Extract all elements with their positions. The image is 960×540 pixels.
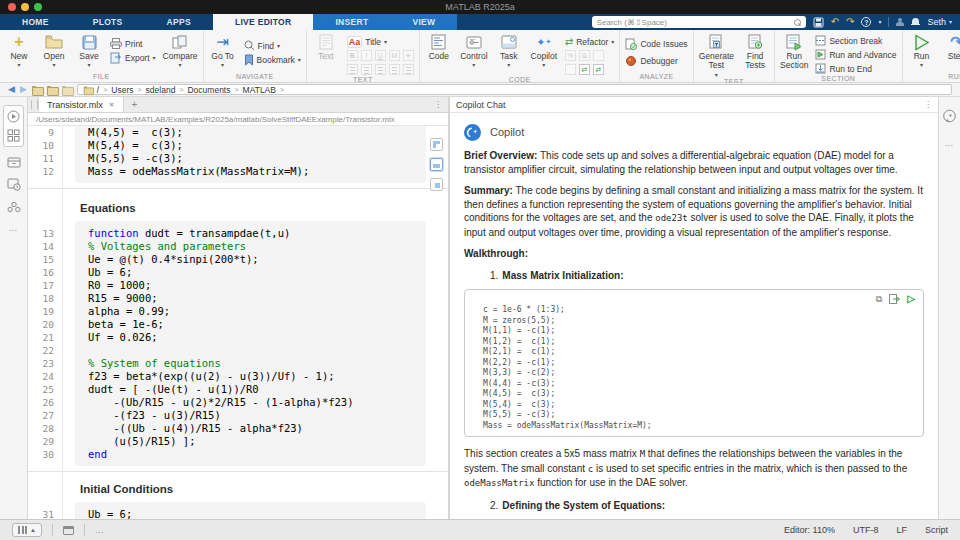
tab-view[interactable]: VIEW	[390, 14, 457, 30]
tab-plots[interactable]: PLOTS	[71, 14, 145, 30]
run-button[interactable]: Run▾	[908, 33, 936, 68]
view-output-inline-icon[interactable]	[430, 158, 443, 171]
code-line[interactable]: % System of equations	[88, 357, 426, 370]
paste-button[interactable]	[593, 50, 604, 61]
minimize-window-button[interactable]	[21, 3, 29, 11]
tab-home[interactable]: HOME	[0, 14, 71, 30]
document-actions-icon[interactable]: ⋮	[428, 97, 448, 112]
more-right-panels-icon[interactable]: …	[945, 138, 955, 148]
smart-indent-button[interactable]: ⇄	[579, 64, 590, 75]
generate-test-button[interactable]: Generate Test▾	[699, 33, 734, 78]
status-file-type[interactable]: Script	[925, 525, 948, 535]
window-panel-icon[interactable]	[63, 526, 74, 535]
monospace-button[interactable]: M	[389, 50, 400, 61]
code-line[interactable]	[88, 344, 426, 357]
account-icon[interactable]	[896, 18, 904, 27]
app-launcher-icon[interactable]	[7, 110, 20, 123]
title-style-select[interactable]: AaTitle▾	[347, 35, 414, 48]
bulleted-list-button[interactable]	[347, 64, 358, 75]
copy-code-icon[interactable]: ⧉	[876, 295, 882, 304]
history-panel-icon[interactable]	[7, 178, 21, 191]
layout-grid-icon[interactable]	[7, 129, 20, 142]
close-window-button[interactable]	[8, 3, 16, 11]
tab-insert[interactable]: INSERT	[313, 14, 390, 30]
code-line[interactable]: M(4,5) = c(3);	[88, 126, 426, 139]
align-left-button[interactable]	[375, 64, 386, 75]
indent-button[interactable]	[565, 64, 576, 75]
breadcrumb-item[interactable]: sdeland	[146, 85, 176, 95]
code-button[interactable]: Code	[425, 33, 453, 61]
help-icon[interactable]: ?	[861, 17, 871, 27]
insert-code-icon[interactable]	[889, 294, 900, 304]
bold-button[interactable]: B	[347, 50, 358, 61]
code-section-equations[interactable]: 131415161718192021222324252627282930func…	[28, 221, 448, 466]
align-center-button[interactable]	[389, 64, 400, 75]
run-code-icon[interactable]: ▷	[907, 294, 915, 304]
code-line[interactable]: function dudt = transampdae(t,u)	[88, 227, 426, 240]
code-line[interactable]: Ub = 6;	[88, 266, 426, 279]
view-output-right-icon[interactable]	[430, 138, 443, 151]
code-line[interactable]: Uf = 0.026;	[88, 331, 426, 344]
refactor-button[interactable]: ⇄Refactor▾	[565, 35, 615, 48]
save-button[interactable]: Save▾	[75, 33, 103, 68]
back-icon[interactable]: ◀	[8, 85, 15, 94]
task-button[interactable]: Task▾	[495, 33, 523, 68]
control-button[interactable]: Control▾	[460, 33, 488, 68]
code-line[interactable]: M(5,4) = c(3);	[88, 139, 426, 152]
undo-icon[interactable]: ↶	[831, 17, 839, 27]
code-line[interactable]: -(f23 - u(3)/R15)	[88, 409, 426, 422]
run-to-end-button[interactable]: Run to End	[815, 62, 896, 75]
chat-menu-icon[interactable]: ⋮	[924, 100, 932, 109]
section-heading-initial-conditions[interactable]: Initial Conditions	[80, 483, 448, 495]
numbered-list-button[interactable]	[361, 64, 372, 75]
section-heading-equations[interactable]: Equations	[80, 202, 448, 214]
status-line-ending[interactable]: LF	[896, 525, 907, 535]
code-area[interactable]: 9101112M(4,5) = c(3);M(5,4) = c(3);M(5,5…	[28, 126, 448, 519]
view-hide-code-icon[interactable]	[430, 178, 443, 191]
code-line[interactable]: M(5,5) = -c(3);	[88, 152, 426, 165]
code-section-initial-conditions[interactable]: 3132Ub = 6;u0(1) = 0;	[28, 502, 448, 519]
bookmark-button[interactable]: Bookmark▾	[244, 53, 301, 66]
text-button[interactable]: Text	[312, 33, 340, 61]
more-panels-icon[interactable]: …	[9, 223, 19, 233]
code-line[interactable]: (u(5)/R15) ];	[88, 435, 426, 448]
section-break-button[interactable]: Section Break	[815, 34, 896, 47]
comment-percent-button[interactable]: %	[565, 50, 576, 61]
italic-button[interactable]: I	[361, 50, 372, 61]
code-line[interactable]: beta = 1e-6;	[88, 318, 426, 331]
underline-button[interactable]: U	[375, 50, 386, 61]
user-menu[interactable]: Seth▾	[927, 17, 952, 27]
align-right-button[interactable]	[403, 64, 414, 75]
run-section-button[interactable]: Run Section	[780, 33, 808, 71]
up-one-level-icon[interactable]	[32, 86, 42, 94]
code-line[interactable]: end	[88, 448, 426, 461]
status-editor-zoom[interactable]: Editor: 110%	[784, 525, 835, 535]
copilot-button[interactable]: ✦✦Copilot▾	[530, 33, 558, 68]
code-line[interactable]: R0 = 1000;	[88, 279, 426, 292]
document-tab-transistor[interactable]: Transistor.mlx ✕	[38, 97, 124, 112]
copilot-chat-bubble-icon[interactable]	[942, 109, 957, 124]
run-and-advance-button[interactable]: Run and Advance	[815, 48, 896, 61]
status-encoding[interactable]: UTF-8	[853, 525, 879, 535]
breadcrumb-item[interactable]: /	[97, 85, 99, 95]
zoom-window-button[interactable]	[34, 3, 42, 11]
breadcrumb[interactable]: />Users>sdeland>Documents>MATLAB>	[77, 84, 952, 95]
code-line[interactable]: % Voltages and parameters	[88, 240, 426, 253]
find-tests-button[interactable]: Find Tests	[741, 33, 769, 71]
new-folder-icon[interactable]	[47, 86, 57, 94]
close-tab-icon[interactable]: ✕	[109, 101, 115, 109]
code-section-mass-matrix[interactable]: 9101112M(4,5) = c(3);M(5,4) = c(3);M(5,5…	[28, 126, 448, 183]
print-button[interactable]: Print	[110, 37, 156, 50]
code-line[interactable]: -(Ub/R15 - u(2)*2/R15 - (1-alpha)*f23)	[88, 396, 426, 409]
file-drawer-icon[interactable]	[7, 157, 21, 168]
status-more-icon[interactable]: …	[95, 525, 105, 535]
tab-apps[interactable]: APPS	[145, 14, 213, 30]
chat-code-block[interactable]: c = 1e-6 * (1:3);M = zeros(5,5);M(1,1) =…	[483, 305, 915, 431]
code-line[interactable]: -((Ub - u(4))/R15 - alpha*f23)	[88, 422, 426, 435]
community-panel-icon[interactable]	[7, 201, 21, 213]
code-line[interactable]: Ue = @(t) 0.4*sinpi(200*t);	[88, 253, 426, 266]
forward-icon[interactable]: ▶	[20, 85, 27, 94]
export-button[interactable]: Export▾	[110, 51, 156, 64]
breadcrumb-item[interactable]: Documents	[187, 85, 230, 95]
debugger-button[interactable]: Debugger	[625, 54, 687, 67]
